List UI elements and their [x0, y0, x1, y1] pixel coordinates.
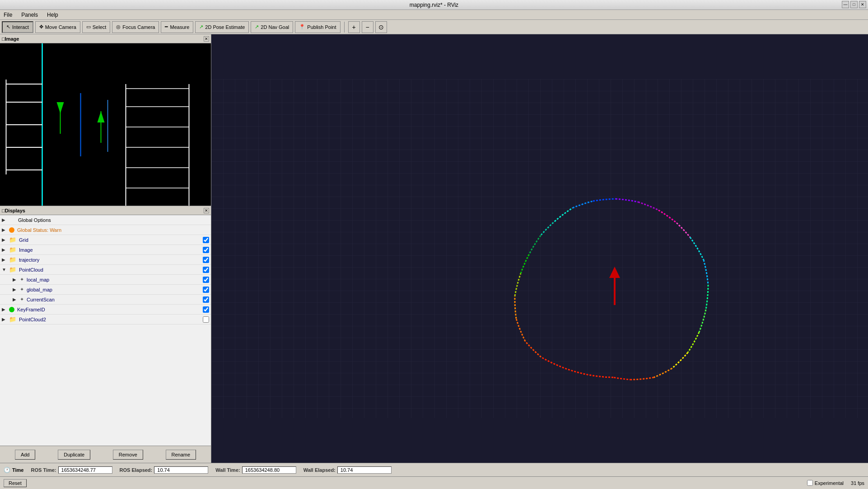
- green-dot-icon: [9, 307, 14, 312]
- arrow-icon: ▶: [2, 237, 7, 242]
- ros-elapsed-value: 10.74: [154, 466, 208, 474]
- scatter-icon: ✦: [20, 296, 24, 302]
- select-button[interactable]: ▭ Select: [82, 21, 111, 33]
- interact-button[interactable]: ↖ Interact: [2, 21, 33, 33]
- remove-button[interactable]: Remove: [113, 450, 143, 460]
- main-layout: □ Image ✕: [0, 34, 868, 463]
- close-button[interactable]: ✕: [859, 1, 866, 8]
- reset-button[interactable]: Reset: [4, 479, 27, 487]
- display-item-currentscan[interactable]: ▶ ✦ CurrentScan: [0, 295, 211, 305]
- wall-elapsed-item: Wall Elapsed: 10.74: [303, 466, 392, 474]
- experimental-label: Experimental: [815, 480, 844, 486]
- folder-icon: 📁: [9, 316, 16, 323]
- wall-elapsed-value: 10.74: [337, 466, 392, 474]
- fps-label: 31 fps: [851, 480, 864, 486]
- image-panel-title: Image: [5, 36, 19, 42]
- display-item-pointcloud[interactable]: ▼ 📁 PointCloud: [0, 265, 211, 275]
- trajectory-checkbox[interactable]: [203, 257, 209, 263]
- displays-close-button[interactable]: ✕: [204, 208, 209, 213]
- arrow-icon: ▶: [13, 287, 18, 292]
- duplicate-button[interactable]: Duplicate: [58, 450, 90, 460]
- displays-buttons: Add Duplicate Remove Rename: [0, 446, 211, 463]
- image-close-button[interactable]: ✕: [204, 36, 209, 42]
- display-item-pointcloud2[interactable]: ▶ 📁 PointCloud2: [0, 315, 211, 324]
- move-icon: ✥: [39, 24, 43, 30]
- toolbar: ↖ Interact ✥ Move Camera ▭ Select ◎ Focu…: [0, 20, 868, 34]
- global-map-checkbox[interactable]: [203, 287, 209, 293]
- toolbar-separator-1: [344, 22, 345, 33]
- grid-checkbox[interactable]: [203, 237, 209, 243]
- pose-icon: ↗: [199, 24, 203, 30]
- arrow-icon: ▶: [13, 297, 18, 302]
- viewport-svg: [211, 34, 868, 463]
- display-item-image[interactable]: ▶ 📁 Image: [0, 245, 211, 255]
- folder-icon: 📁: [9, 246, 16, 253]
- ros-time-item: ROS Time: 1653634248.77: [31, 466, 112, 474]
- displays-list[interactable]: ▶ Global Options ▶ Global Status: Warn ▶…: [0, 215, 211, 446]
- ros-time-label: ROS Time:: [31, 467, 56, 473]
- maximize-button[interactable]: □: [850, 1, 858, 8]
- display-item-trajectory[interactable]: ▶ 📁 trajectory: [0, 255, 211, 265]
- experimental-checkbox[interactable]: [807, 480, 813, 486]
- displays-panel: □ Displays ✕ ▶ Global Options ▶ Global S…: [0, 206, 211, 463]
- arrow-icon: ▶: [2, 257, 7, 262]
- scatter-icon: ✦: [20, 277, 24, 282]
- arrow-icon: ▶: [2, 217, 7, 222]
- menu-bar: File Panels Help: [0, 10, 868, 20]
- pointcloud2-checkbox[interactable]: [203, 316, 209, 323]
- displays-header: □ Displays ✕: [0, 206, 211, 215]
- image-canvas: >>: [0, 43, 211, 206]
- cursor-icon: ↖: [6, 24, 10, 30]
- window-title: mapping.rviz* - RViz: [410, 2, 458, 8]
- folder-icon: 📁: [9, 236, 16, 243]
- publish-point-button[interactable]: 📍 Publish Point: [295, 21, 340, 33]
- pointcloud-checkbox[interactable]: [203, 267, 209, 273]
- display-item-global-status[interactable]: ▶ Global Status: Warn: [0, 225, 211, 235]
- wall-elapsed-label: Wall Elapsed:: [303, 467, 336, 473]
- menu-panels[interactable]: Panels: [19, 11, 40, 19]
- local-map-checkbox[interactable]: [203, 277, 209, 283]
- svg-rect-36: [211, 79, 868, 418]
- wall-time-item: Wall Time: 1653634248.80: [215, 466, 296, 474]
- rename-button[interactable]: Rename: [166, 450, 196, 460]
- arrow-icon: ▶: [2, 227, 7, 232]
- menu-help[interactable]: Help: [45, 11, 60, 19]
- pose-estimate-button[interactable]: ↗ 2D Pose Estimate: [195, 21, 249, 33]
- 3d-viewport[interactable]: [211, 34, 868, 463]
- display-item-grid[interactable]: ▶ 📁 Grid: [0, 235, 211, 245]
- image-viewer: □ Image ✕: [0, 34, 211, 206]
- zoom-reset-button[interactable]: ⊙: [375, 21, 387, 33]
- publish-icon: 📍: [299, 24, 305, 30]
- arrow-icon: ▶: [2, 317, 7, 322]
- currentscan-checkbox[interactable]: [203, 296, 209, 303]
- display-item-local-map[interactable]: ▶ ✦ local_map: [0, 275, 211, 285]
- status-bar: 🕐 Time ROS Time: 1653634248.77 ROS Elaps…: [0, 463, 868, 476]
- arrow-icon: ▶: [2, 307, 7, 312]
- display-item-global-options[interactable]: ▶ Global Options: [0, 215, 211, 225]
- left-panel: □ Image ✕: [0, 34, 211, 463]
- menu-file[interactable]: File: [2, 11, 14, 19]
- nav-goal-button[interactable]: ↗ 2D Nav Goal: [251, 21, 293, 33]
- move-camera-button[interactable]: ✥ Move Camera: [35, 21, 80, 33]
- arrow-icon: ▶: [13, 277, 18, 282]
- display-item-keyframeid[interactable]: ▶ KeyFrameID: [0, 305, 211, 315]
- minimize-button[interactable]: —: [842, 1, 849, 8]
- ros-elapsed-label: ROS Elapsed:: [120, 467, 153, 473]
- zoom-out-button[interactable]: −: [362, 21, 373, 33]
- experimental-item: Experimental: [807, 480, 844, 486]
- focus-camera-button[interactable]: ◎ Focus Camera: [112, 21, 159, 33]
- scatter-icon: ✦: [20, 287, 24, 292]
- measure-button[interactable]: ━ Measure: [161, 21, 193, 33]
- image-checkbox[interactable]: [203, 247, 209, 253]
- zoom-in-button[interactable]: +: [348, 21, 360, 33]
- select-icon: ▭: [86, 24, 91, 30]
- ros-time-value: 1653634248.77: [58, 466, 112, 474]
- nav-icon: ↗: [255, 24, 259, 30]
- panel-icon2: □: [2, 208, 5, 213]
- folder-icon: 📁: [9, 266, 16, 273]
- measure-icon: ━: [165, 24, 168, 30]
- keyframeid-checkbox[interactable]: [203, 306, 209, 313]
- display-item-global-map[interactable]: ▶ ✦ global_map: [0, 285, 211, 295]
- add-button[interactable]: Add: [15, 450, 36, 460]
- window-controls[interactable]: — □ ✕: [842, 1, 866, 8]
